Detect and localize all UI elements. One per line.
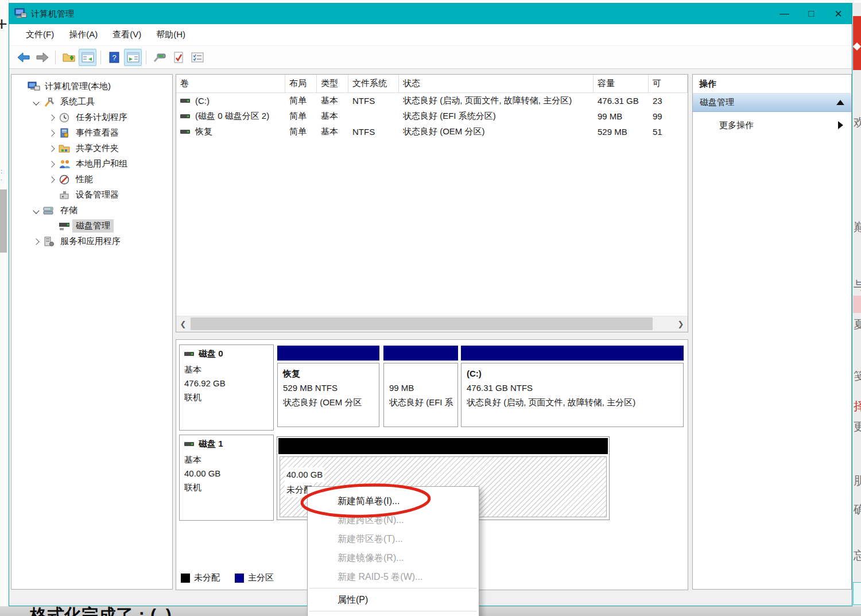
- column-header-6[interactable]: 可: [649, 75, 688, 92]
- partition-status: 状态良好 (启动, 页面文件, 故障转储, 主分区): [467, 395, 678, 409]
- volume-name: (C:): [195, 96, 210, 106]
- partition-恢复[interactable]: 恢复529 MB NTFS状态良好 (OEM 分区: [277, 363, 379, 427]
- expander-collapse-icon[interactable]: [29, 100, 43, 104]
- check-document-icon[interactable]: [169, 49, 187, 66]
- expander-collapse-icon[interactable]: [29, 208, 43, 213]
- menu-item-属性(P)[interactable]: 属性(P): [308, 590, 479, 609]
- actions-panel: 操作 磁盘管理 更多操作: [692, 74, 852, 590]
- volume-status-cell: 状态良好 (EFI 系统分区): [399, 111, 594, 122]
- titlebar[interactable]: 计算机管理 — □ ✕: [9, 3, 852, 24]
- expander-expand-icon[interactable]: [45, 115, 59, 120]
- menu-item-新建镜像卷(R)...[interactable]: 新建镜像卷(R)...: [308, 548, 479, 567]
- unallocated-color-bar: [278, 438, 608, 454]
- scroll-left-arrow-icon[interactable]: ❮: [176, 316, 190, 332]
- chevron-right-icon: [48, 145, 55, 152]
- expander-expand-icon[interactable]: [29, 239, 43, 244]
- scroll-right-arrow-icon[interactable]: ❯: [674, 316, 688, 332]
- chevron-right-icon: [48, 176, 55, 183]
- menu-item-新建带区卷(T)...[interactable]: 新建带区卷(T)...: [308, 529, 479, 548]
- partition-size: 529 MB NTFS: [283, 381, 374, 395]
- tree-item-磁盘管理[interactable]: 磁盘管理: [11, 218, 172, 234]
- tree-item-服务和应用程序[interactable]: 服务和应用程序: [11, 234, 172, 249]
- disk-size: 476.92 GB: [184, 377, 269, 390]
- tree-label: 系统工具: [57, 95, 98, 109]
- expander-expand-icon[interactable]: [45, 177, 59, 182]
- disk-label-磁盘 1[interactable]: 磁盘 1基本40.00 GB联机: [179, 435, 274, 521]
- menu-item-新建简单卷(I)...[interactable]: 新建简单卷(I)...: [308, 491, 479, 510]
- scrollbar-thumb[interactable]: [191, 317, 653, 330]
- volume-icon: [180, 111, 192, 121]
- tree-item-系统工具[interactable]: 系统工具: [11, 94, 172, 110]
- tree-item-存储[interactable]: 存储: [11, 203, 172, 218]
- more-actions-item[interactable]: 更多操作: [693, 112, 851, 138]
- menu-item-新建跨区卷(N)...[interactable]: 新建跨区卷(N)...: [308, 510, 479, 529]
- partition-99 MB[interactable]: 99 MB状态良好 (EFI 系: [383, 363, 458, 427]
- legend-swatch: [181, 574, 190, 583]
- background-red-block: [853, 16, 861, 70]
- more-actions-label: 更多操作: [719, 120, 754, 131]
- legend-swatch: [235, 574, 244, 583]
- help-icon[interactable]: ?: [105, 49, 123, 66]
- disk-icon: [184, 349, 196, 359]
- remote-icon[interactable]: [150, 49, 168, 66]
- volume-row-(C:)[interactable]: (C:)简单基本NTFS状态良好 (启动, 页面文件, 故障转储, 主分区)47…: [176, 93, 688, 109]
- column-header-5[interactable]: 容量: [594, 75, 649, 92]
- partition-title: 恢复: [283, 366, 374, 381]
- menu-separator: [309, 588, 477, 588]
- scheduler-icon: [59, 113, 71, 123]
- volume-capacity-cell: 529 MB: [594, 127, 649, 137]
- background-fragment: 夏: [854, 317, 861, 332]
- column-header-3[interactable]: 文件系统: [348, 75, 399, 92]
- action-pane-icon[interactable]: [124, 49, 142, 66]
- maximize-button[interactable]: □: [798, 3, 825, 24]
- column-header-1[interactable]: 布局: [285, 75, 317, 92]
- expander-expand-icon[interactable]: [45, 131, 59, 135]
- menu-action[interactable]: 操作(A): [61, 26, 105, 44]
- performance-icon: [59, 175, 71, 185]
- partition-color-bar: [277, 346, 379, 361]
- close-button[interactable]: ✕: [825, 3, 852, 24]
- column-header-4[interactable]: 状态: [399, 75, 594, 92]
- console-tree-icon[interactable]: [79, 49, 96, 66]
- tree-item-任务计划程序[interactable]: 任务计划程序: [11, 110, 172, 125]
- column-header-0[interactable]: 卷: [176, 75, 285, 92]
- partition-(C:)[interactable]: (C:)476.31 GB NTFS状态良好 (启动, 页面文件, 故障转储, …: [461, 363, 684, 427]
- volume-row-恢复[interactable]: 恢复简单基本NTFS状态良好 (OEM 分区)529 MB51: [176, 124, 688, 140]
- expander-expand-icon[interactable]: [45, 146, 59, 151]
- volume-layout-cell: 简单: [285, 95, 317, 106]
- checklist-icon[interactable]: [188, 49, 206, 66]
- up-folder-icon[interactable]: [60, 49, 77, 66]
- horizontal-scrollbar[interactable]: ❮ ❯: [176, 316, 688, 332]
- minimize-button[interactable]: —: [771, 3, 798, 24]
- tree-item-事件查看器[interactable]: 事件查看器: [11, 125, 172, 141]
- tree-label: 磁盘管理: [72, 219, 114, 233]
- tree-item-计算机管理(本地)[interactable]: 计算机管理(本地): [11, 79, 172, 94]
- menu-help[interactable]: 帮助(H): [149, 26, 193, 44]
- back-icon[interactable]: [14, 49, 32, 66]
- context-menu: 新建简单卷(I)...新建跨区卷(N)...新建带区卷(T)...新建镜像卷(R…: [307, 486, 479, 616]
- tree-item-设备管理器[interactable]: 设备管理器: [11, 187, 172, 203]
- background-fragment: 与: [854, 278, 861, 293]
- actions-group-disk-management[interactable]: 磁盘管理: [693, 94, 851, 112]
- disk-status: 联机: [184, 481, 269, 494]
- tree-item-本地用户和组[interactable]: 本地用户和组: [11, 156, 172, 172]
- menu-item-新建 RAID-5 卷(W)...[interactable]: 新建 RAID-5 卷(W)...: [308, 567, 479, 586]
- disk-label-磁盘 0[interactable]: 磁盘 0基本476.92 GB联机: [179, 344, 274, 431]
- computer-icon: [28, 82, 40, 92]
- legend: 未分配主分区: [181, 572, 274, 583]
- menu-file[interactable]: 文件(F): [18, 26, 61, 44]
- expander-expand-icon[interactable]: [45, 162, 59, 166]
- forward-icon[interactable]: [33, 49, 51, 66]
- tree-item-性能[interactable]: 性能: [11, 172, 172, 187]
- tree-item-共享文件夹[interactable]: 共享文件夹: [11, 141, 172, 156]
- disk-name: 磁盘 0: [184, 348, 269, 359]
- background-fragment: 更: [854, 419, 861, 435]
- background-fragment: 择: [854, 398, 861, 414]
- volume-row-(磁盘 0 磁盘分区 2)[interactable]: (磁盘 0 磁盘分区 2)简单基本状态良好 (EFI 系统分区)99 MB99: [176, 109, 688, 124]
- volume-name-cell: (C:): [176, 96, 285, 106]
- volume-name: (磁盘 0 磁盘分区 2): [195, 111, 269, 122]
- collapse-icon[interactable]: [836, 100, 844, 105]
- disk-icon: [184, 439, 196, 449]
- column-header-2[interactable]: 类型: [317, 75, 348, 92]
- menu-view[interactable]: 查看(V): [105, 26, 149, 44]
